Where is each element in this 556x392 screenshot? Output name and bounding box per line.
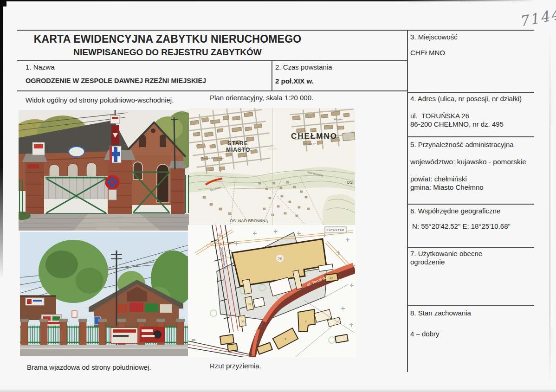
caption-map: Plan orientacyjny, skala 1:20 000.: [210, 94, 313, 102]
plan-street-fragment: go: [192, 338, 195, 342]
map-label-city: CHEŁMNO: [291, 132, 337, 141]
field-stan-value: 4 – dobry: [410, 330, 440, 338]
field-adres-line2: 86-200 CHEŁMNO, nr dz. 495: [410, 120, 504, 129]
caption-plan: Rzut przyziemia.: [210, 362, 261, 370]
orientation-map: STARE MIASTO CHEŁMNO 21.3 UP Baszta Proc…: [189, 108, 355, 225]
record-card-page: 7144 KARTA EWIDENCYJNA ZABYTKU NIERUCHOM…: [0, 0, 556, 392]
rule-nazwa-bottom: [17, 90, 407, 91]
caption-photo-bottom: Brama wjazdowa od strony południowej.: [27, 363, 151, 372]
scan-edge-top: [0, 0, 536, 1]
handwritten-number: 7144: [517, 6, 556, 30]
card-title: KARTA EWIDENCYJNA ZABYTKU NIERUCHOMEGO N…: [17, 33, 318, 58]
field-wojewodztwo: województwo: kujawsko - pomorskie: [410, 158, 526, 166]
map-label-baszta: Baszta Prochowa: [202, 157, 224, 160]
field-wspolrzedne-label: 6. Współrzędne geograficzne: [410, 207, 500, 215]
photo-general-view-art: [19, 110, 189, 231]
scan-edge-bottom: [0, 389, 556, 392]
field-adres-label: 4. Adres (ulica, nr posesji, nr działki): [410, 95, 522, 103]
rule-r3: [407, 204, 534, 205]
rule-r2: [407, 136, 534, 137]
plan-building-28: 28: [248, 303, 252, 306]
map-label-osiedle: OS. NAD BROWINĄ: [230, 218, 269, 223]
rule-r4: [407, 247, 534, 248]
rule-header-bottom: [17, 60, 407, 61]
rule-main-vertical: [407, 30, 408, 372]
field-nazwa-value: OGRODZENIE W ZESPOLE DAWNEJ RZEŹNI MIEJS…: [26, 77, 206, 85]
field-miejscowosc-label: 3. Miejscowość: [410, 33, 458, 41]
field-gmina: gmina: Miasto Chełmno: [410, 183, 484, 192]
ground-plan: 26: [188, 225, 355, 357]
field-stan-label: 8. Stan zachowania: [410, 309, 471, 317]
field-czas-label: 2. Czas powstania: [275, 63, 332, 71]
field-miejscowosc-value: CHEŁMNO: [410, 49, 445, 57]
caption-photo-top: Widok ogólny od strony południowo-wschod…: [26, 96, 174, 104]
plan-building-30: 30: [241, 320, 245, 323]
field-czas-value: 2 poł.XIX w.: [275, 77, 314, 85]
map-label-os: OS.: [347, 180, 354, 185]
map-label-miasto: MIASTO: [226, 147, 250, 153]
card-title-line2: NIEWPISANEGO DO REJESTRU ZABYTKÓW: [17, 47, 318, 58]
photo-gate-view-art: [20, 232, 189, 356]
field-uzytkowanie-label: 7. Użytkowanie obecne: [410, 250, 482, 258]
plan-building-24: 24: [330, 276, 333, 279]
scan-edge-left: [0, 0, 3, 278]
scan-edge-right: [550, 28, 550, 385]
photo-gate-view: [20, 232, 189, 356]
rule-r5: [407, 305, 534, 306]
field-uzytkowanie-value: ogrodzenie: [410, 258, 445, 266]
rule-nazwa-czas: [272, 60, 272, 91]
field-wspolrzedne-value: N: 55°20'42.52" E: 18°25'10.68": [412, 222, 511, 231]
field-adres-line1: ul. TORUŃSKA 26: [410, 112, 469, 120]
orientation-map-art: STARE MIASTO CHEŁMNO 21.3 UP Baszta Proc…: [189, 108, 355, 225]
field-nazwa-label: 1. Nazwa: [26, 63, 55, 71]
ground-plan-art: 26: [188, 225, 355, 357]
map-label-elevation: 21.3 UP: [304, 142, 316, 146]
rule-r1: [407, 92, 534, 93]
rule-top: [17, 30, 534, 31]
map-label-wojska: Wojska: [334, 118, 343, 121]
plan-kataster-label: KATASTER: [327, 229, 345, 231]
field-powiat: powiat: chełmiński: [410, 175, 467, 183]
field-przynaleznosc-label: 5. Przynależność administracyjna: [410, 141, 514, 149]
card-title-line1: KARTA EWIDENCYJNA ZABYTKU NIERUCHOMEGO: [17, 33, 318, 45]
photo-general-view: [19, 110, 189, 231]
map-label-stare: STARE: [227, 140, 248, 147]
plan-building-26: 26: [278, 257, 282, 261]
